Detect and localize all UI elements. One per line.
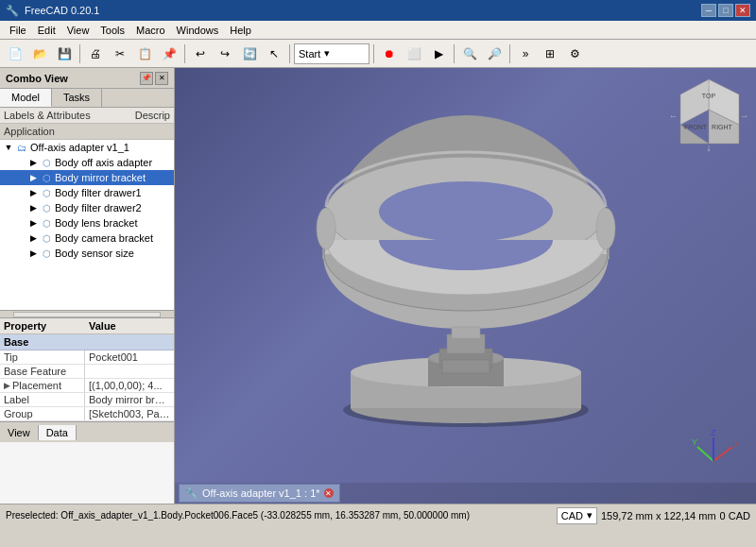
bottom-tab-view[interactable]: View bbox=[0, 425, 39, 440]
prop-row-3: Label Body mirror bracket bbox=[0, 393, 174, 407]
tree-section[interactable]: ▼ 🗂 Off-axis adapter v1_1 ▶ ⬡ Body off a… bbox=[0, 140, 174, 310]
toolbar-btn-6[interactable]: ▶ bbox=[427, 43, 450, 65]
cad-dropdown[interactable]: CAD ▾ bbox=[557, 507, 597, 524]
tree-item-0[interactable]: ▶ ⬡ Body off axis adapter bbox=[0, 155, 174, 170]
extra-button[interactable]: ⊞ bbox=[539, 43, 561, 65]
bottom-tab-bar: View Data bbox=[0, 421, 174, 442]
new-button[interactable]: 📄 bbox=[4, 43, 26, 65]
bottom-tab-data[interactable]: Data bbox=[39, 425, 77, 440]
properties-panel: Property Value Base Tip Pocket001 Base F… bbox=[0, 317, 174, 421]
tree-item-5[interactable]: ▶ ⬡ Body camera bracket bbox=[0, 231, 174, 246]
maximize-button[interactable]: □ bbox=[718, 4, 733, 17]
pointer-button[interactable]: ↖ bbox=[263, 43, 285, 65]
redo-button[interactable]: ↪ bbox=[214, 43, 236, 65]
app-icon: 🔧 bbox=[6, 5, 19, 17]
undo-button[interactable]: ↩ bbox=[189, 43, 212, 65]
tree-item-2[interactable]: ▶ ⬡ Body filter drawer1 bbox=[0, 185, 174, 200]
workbench-dropdown[interactable]: Start ▾ bbox=[294, 43, 369, 64]
toolbar: 📄 📂 💾 🖨 ✂ 📋 📌 ↩ ↪ 🔄 ↖ Start ▾ ⏺ ⬜ ▶ 🔍 🔎 … bbox=[0, 40, 756, 68]
prop-row-2: ▶ Placement [(1,00,0,00); 4... bbox=[0, 379, 174, 393]
prop-value-2[interactable]: [(1,00,0,00); 4... bbox=[85, 379, 174, 392]
toolbar-sep-2 bbox=[184, 44, 185, 63]
refresh-button[interactable]: 🔄 bbox=[238, 43, 261, 65]
copy-button[interactable]: 📋 bbox=[133, 43, 156, 65]
svg-line-30 bbox=[697, 447, 713, 461]
prop-section-base: Base bbox=[0, 334, 174, 350]
item4-expand[interactable]: ▶ bbox=[26, 218, 40, 228]
item3-icon: ⬡ bbox=[40, 201, 53, 214]
prop-value-0[interactable]: Pocket001 bbox=[85, 350, 174, 364]
item3-expand[interactable]: ▶ bbox=[26, 203, 40, 213]
tree-root-item[interactable]: ▼ 🗂 Off-axis adapter v1_1 bbox=[0, 140, 174, 155]
item5-icon: ⬡ bbox=[40, 231, 53, 245]
svg-text:RIGHT: RIGHT bbox=[712, 124, 733, 130]
more-button[interactable]: » bbox=[514, 43, 537, 65]
cut-button[interactable]: ✂ bbox=[109, 43, 131, 65]
menu-edit[interactable]: Edit bbox=[32, 23, 61, 38]
tab-tasks[interactable]: Tasks bbox=[52, 89, 102, 107]
props-header: Property Value bbox=[0, 318, 174, 334]
svg-text:Z: Z bbox=[711, 428, 716, 437]
item1-expand[interactable]: ▶ bbox=[26, 173, 40, 182]
item2-expand[interactable]: ▶ bbox=[26, 188, 40, 197]
tab-model[interactable]: Model bbox=[0, 89, 52, 107]
tree-item-1[interactable]: ▶ ⬡ Body mirror bracket bbox=[0, 170, 174, 185]
prop-name-0: Tip bbox=[0, 350, 85, 364]
combo-close-button[interactable]: ✕ bbox=[155, 72, 168, 85]
record-button[interactable]: ⏺ bbox=[378, 43, 401, 65]
combo-pin-button[interactable]: 📌 bbox=[140, 72, 153, 85]
item0-expand[interactable]: ▶ bbox=[26, 158, 40, 167]
open-button[interactable]: 📂 bbox=[28, 43, 51, 65]
model-3d bbox=[286, 89, 645, 448]
menu-help[interactable]: Help bbox=[224, 23, 257, 38]
window-controls: ─ □ ✕ bbox=[701, 4, 750, 17]
root-expand-icon[interactable]: ▼ bbox=[2, 143, 15, 152]
close-button[interactable]: ✕ bbox=[735, 4, 750, 17]
prop-value-3[interactable]: Body mirror bracket bbox=[85, 393, 174, 406]
workbench-label: Start bbox=[299, 48, 320, 60]
tree-item-6[interactable]: ▶ ⬡ Body sensor size bbox=[0, 246, 174, 261]
paste-button[interactable]: 📌 bbox=[158, 43, 180, 65]
cad-label: CAD bbox=[561, 510, 583, 521]
scroll-track[interactable] bbox=[13, 312, 161, 317]
svg-text:FRONT: FRONT bbox=[684, 124, 708, 130]
prop-row-1: Base Feature bbox=[0, 365, 174, 379]
prop-value-4[interactable]: [Sketch003, Pad0... bbox=[85, 407, 174, 420]
viewport-tab-close-button[interactable]: ✕ bbox=[324, 488, 334, 498]
viewport[interactable]: TOP RIGHT FRONT ↓ ↑ ← → bbox=[175, 68, 756, 504]
menu-view[interactable]: View bbox=[61, 23, 95, 38]
dimensions-label: 159,72 mm x 122,14 mm bbox=[601, 510, 716, 521]
menu-macro[interactable]: Macro bbox=[130, 23, 171, 38]
menu-tools[interactable]: Tools bbox=[94, 23, 130, 38]
save-button[interactable]: 💾 bbox=[53, 43, 76, 65]
svg-text:→: → bbox=[740, 111, 747, 121]
tree-scrollbar[interactable] bbox=[0, 310, 174, 317]
item5-label: Body camera bracket bbox=[55, 232, 153, 244]
svg-rect-26 bbox=[452, 327, 480, 338]
toolbar-sep-5 bbox=[454, 44, 455, 63]
item6-expand[interactable]: ▶ bbox=[26, 248, 40, 258]
toolbar-sep-1 bbox=[79, 44, 80, 63]
item0-icon: ⬡ bbox=[40, 156, 53, 169]
title-bar: 🔧 FreeCAD 0.20.1 ─ □ ✕ bbox=[0, 0, 756, 21]
tree-item-3[interactable]: ▶ ⬡ Body filter drawer2 bbox=[0, 200, 174, 215]
app-title: FreeCAD 0.20.1 bbox=[25, 5, 99, 16]
print-button[interactable]: 🖨 bbox=[84, 43, 107, 65]
zoom-in-button[interactable]: 🔍 bbox=[458, 43, 481, 65]
prop-row-4: Group [Sketch003, Pad0... bbox=[0, 407, 174, 421]
menu-file[interactable]: File bbox=[4, 23, 32, 38]
item5-expand[interactable]: ▶ bbox=[26, 233, 40, 243]
placement-expand-icon[interactable]: ▶ bbox=[4, 381, 10, 390]
menu-windows[interactable]: Windows bbox=[171, 23, 225, 38]
tree-item-4[interactable]: ▶ ⬡ Body lens bracket bbox=[0, 215, 174, 231]
viewport-tab[interactable]: 🔧 Off-axis adapter v1_1 : 1* ✕ bbox=[179, 484, 340, 503]
settings-button[interactable]: ⚙ bbox=[563, 43, 586, 65]
toolbar-btn-5[interactable]: ⬜ bbox=[403, 43, 425, 65]
prop-value-1[interactable] bbox=[85, 365, 174, 378]
zoom-out-button[interactable]: 🔎 bbox=[483, 43, 506, 65]
nav-cube[interactable]: TOP RIGHT FRONT ↓ ↑ ← → bbox=[671, 77, 747, 153]
labels-header: Labels & Attributes Descrip bbox=[0, 108, 174, 124]
minimize-button[interactable]: ─ bbox=[701, 4, 716, 17]
item0-label: Body off axis adapter bbox=[55, 157, 152, 168]
cad-arrow: ▾ bbox=[587, 509, 593, 521]
